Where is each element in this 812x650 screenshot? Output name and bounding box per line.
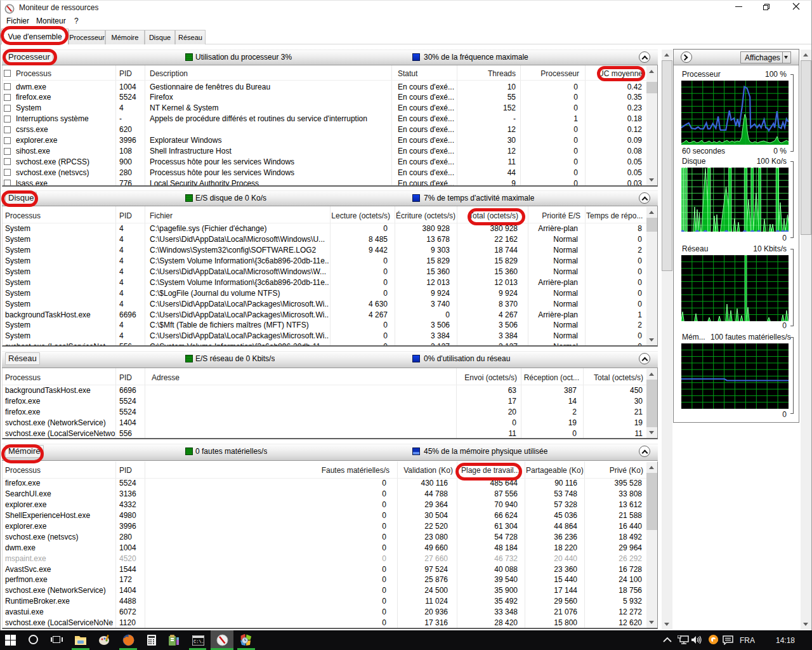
svg-text:C:\.: C:\. bbox=[193, 639, 204, 644]
